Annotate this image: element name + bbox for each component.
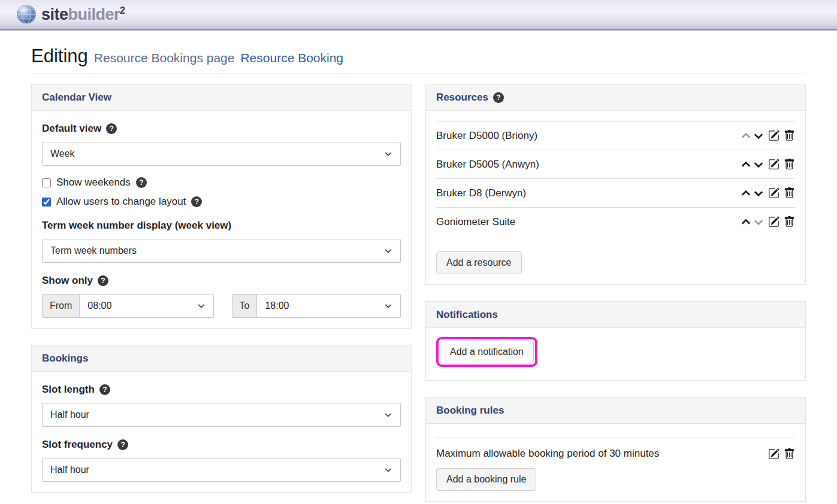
page-name-link[interactable]: Resource Booking [240, 51, 343, 65]
delete-icon[interactable] [784, 159, 795, 170]
show-weekends-row: Show weekends [42, 177, 401, 189]
move-up-icon[interactable] [741, 217, 751, 227]
sitebuilder-logo[interactable]: sitebuilder2 [16, 4, 125, 25]
booking-rules-title: Booking rules [436, 405, 504, 417]
allow-layout-label: Allow users to change layout [56, 196, 186, 208]
move-down-icon[interactable] [753, 159, 764, 170]
booking-rule-row: Maximum allowable booking period of 30 m… [436, 438, 795, 468]
to-addon-label: To [232, 294, 258, 317]
bookings-panel: Bookings Slot length Half hour Slot freq… [31, 345, 412, 493]
from-time-select[interactable]: 08:00 [80, 294, 213, 317]
globe-icon [16, 4, 37, 25]
show-weekends-checkbox[interactable] [42, 178, 51, 187]
heading-divider [31, 74, 806, 74]
notifications-panel: Notifications Add a notification [425, 301, 806, 381]
help-icon[interactable] [136, 177, 147, 188]
resource-name: Bruker D8 (Derwyn) [436, 187, 526, 199]
top-brand-bar: sitebuilder2 [0, 0, 837, 31]
show-only-from-group: From 08:00 [42, 294, 214, 318]
move-up-icon[interactable] [741, 188, 751, 199]
help-icon[interactable] [99, 384, 110, 395]
delete-icon[interactable] [784, 187, 795, 199]
booking-rule-name: Maximum allowable booking period of 30 m… [436, 448, 659, 460]
resources-header: Resources [426, 84, 805, 111]
calendar-view-title: Calendar View [42, 92, 111, 104]
resource-row: Goniometer Suite [436, 207, 795, 236]
logo-wordmark: sitebuilder2 [41, 5, 125, 24]
move-up-icon [741, 130, 751, 141]
show-weekends-label: Show weekends [56, 177, 131, 189]
page-title: Editing [31, 45, 88, 67]
booking-rules-panel: Booking rules Maximum allowable booking … [425, 397, 806, 502]
help-icon[interactable] [117, 439, 128, 450]
add-booking-rule-button[interactable]: Add a booking rule [436, 468, 536, 491]
chevron-down-icon [384, 466, 392, 474]
edit-icon[interactable] [768, 187, 779, 199]
from-addon-label: From [43, 294, 80, 317]
resources-list: Bruker D5000 (Briony) Bruker D5005 (Anwy… [436, 121, 795, 236]
calendar-view-panel: Calendar View Default view Week Show wee… [31, 84, 412, 329]
bookings-title: Bookings [42, 353, 88, 365]
resources-panel: Resources Bruker D5000 (Briony) Bruker D… [425, 84, 806, 285]
resource-row: Bruker D5000 (Briony) [436, 121, 795, 150]
delete-icon[interactable] [784, 448, 795, 460]
edit-icon[interactable] [768, 448, 779, 460]
allow-layout-row: Allow users to change layout [42, 196, 401, 208]
term-week-select[interactable]: Term week numbers [42, 239, 401, 263]
slot-length-label: Slot length [42, 384, 401, 396]
default-view-select[interactable]: Week [42, 142, 401, 166]
slot-frequency-label: Slot frequency [42, 439, 401, 451]
help-icon[interactable] [106, 123, 117, 134]
help-icon[interactable] [493, 92, 504, 103]
notifications-title: Notifications [436, 309, 498, 321]
show-only-label: Show only [42, 275, 401, 287]
chevron-down-icon [384, 247, 392, 255]
slot-frequency-select[interactable]: Half hour [42, 458, 401, 482]
chevron-down-icon [384, 302, 392, 310]
annotation-highlight-box: Add a notification [436, 337, 537, 367]
bookings-header: Bookings [32, 345, 411, 372]
move-down-icon[interactable] [753, 188, 764, 199]
booking-rules-header: Booking rules [426, 397, 805, 424]
notifications-header: Notifications [426, 302, 805, 328]
edit-icon[interactable] [768, 130, 779, 141]
term-week-label: Term week number display (week view) [42, 220, 401, 232]
resource-name: Bruker D5005 (Anwyn) [436, 159, 539, 171]
move-down-icon [753, 217, 764, 227]
edit-icon[interactable] [768, 159, 779, 170]
move-up-icon[interactable] [741, 159, 751, 170]
calendar-view-header: Calendar View [32, 84, 411, 111]
resource-name: Bruker D5000 (Briony) [436, 130, 537, 142]
show-only-to-group: To 18:00 [232, 294, 401, 318]
page-subtitle: Resource Bookings page [94, 51, 235, 65]
help-icon[interactable] [191, 196, 202, 207]
help-icon[interactable] [98, 275, 108, 286]
to-time-select[interactable]: 18:00 [257, 294, 400, 317]
default-view-label: Default view [42, 123, 401, 135]
delete-icon[interactable] [784, 130, 795, 141]
add-resource-button[interactable]: Add a resource [436, 251, 522, 274]
resource-row: Bruker D8 (Derwyn) [436, 178, 795, 207]
edit-icon[interactable] [768, 216, 779, 227]
resources-title: Resources [436, 92, 488, 104]
move-down-icon[interactable] [753, 130, 764, 141]
slot-length-select[interactable]: Half hour [42, 403, 401, 427]
resource-name: Goniometer Suite [436, 216, 515, 228]
chevron-down-icon [384, 411, 392, 419]
chevron-down-icon [384, 150, 392, 158]
delete-icon[interactable] [784, 216, 795, 227]
allow-layout-checkbox[interactable] [42, 198, 51, 207]
resource-row: Bruker D5005 (Anwyn) [436, 150, 795, 178]
chevron-down-icon [197, 302, 206, 310]
add-notification-button[interactable]: Add a notification [440, 341, 534, 363]
